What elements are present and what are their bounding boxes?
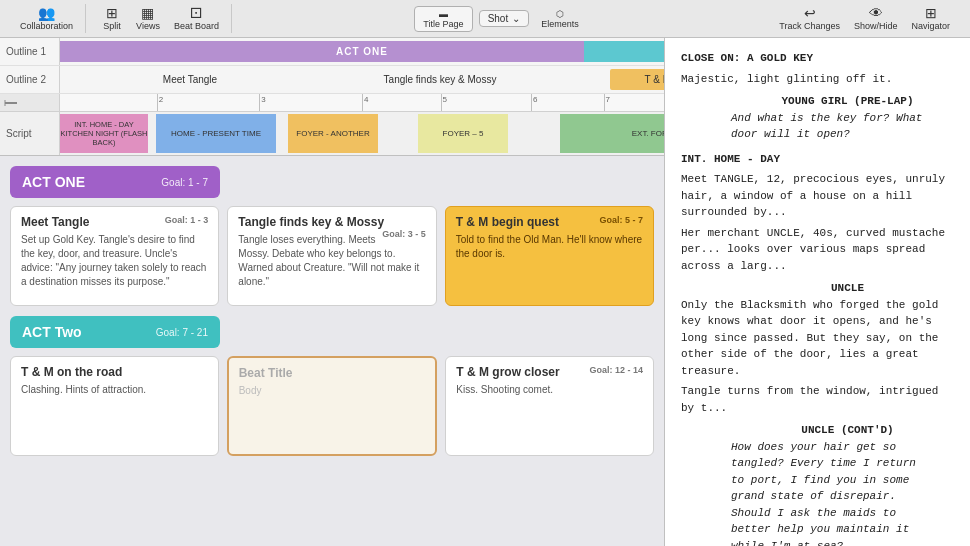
script-close-on: CLOSE ON: A GOLD KEY [681,50,954,67]
main-content: Outline 1 ACT ONE Outline 2 Meet Tangle … [0,38,970,546]
views-icon: ▦ [141,6,154,20]
script-dialogue-hair: How does your hair get so tangled? Every… [731,439,924,547]
beat-finds-key[interactable]: Tangle finds key & Mossy Goal: 3 - 5 Tan… [227,206,436,306]
beat-board[interactable]: ACT ONE Goal: 1 - 7 Meet Tangle Goal: 1 … [0,156,664,546]
beat-empty[interactable]: Beat Title Body [227,356,438,456]
navigator-icon: ⊞ [925,6,937,20]
left-panel: Outline 1 ACT ONE Outline 2 Meet Tangle … [0,38,665,546]
beat-begin-quest[interactable]: T & M begin quest Goal: 5 - 7 Told to fi… [445,206,654,306]
act-two-header[interactable]: ACT Two Goal: 7 - 21 [10,316,220,348]
shot-selector[interactable]: Shot ⌄ [479,10,530,27]
outline-meet-tangle: Meet Tangle [80,69,300,90]
show-hide-button[interactable]: 👁 Show/Hide [848,4,904,33]
script-content: INT. HOME - DAY KITCHEN NIGHT (FLASH BAC… [60,112,664,155]
act-one-outline-bar: ACT ONE [60,41,664,62]
scene-present: HOME - PRESENT TIME [156,114,276,153]
outline-row-1: Outline 1 ACT ONE [0,38,664,66]
scene-foyer: FOYER - ANOTHER [288,114,378,153]
act-two-beats: T & M on the road Clashing. Hints of att… [10,356,654,456]
ruler-label [0,94,60,111]
elements-button[interactable]: ⬡ Elements [535,7,585,31]
beat-meet-tangle[interactable]: Meet Tangle Goal: 1 - 3 Set up Gold Key.… [10,206,219,306]
split-button[interactable]: ⊞ Split [96,4,128,33]
toolbar-group-right: ↩ Track Changes 👁 Show/Hide ⊞ Navigator [767,4,962,33]
beat-board-icon: ⚀ [190,6,202,20]
split-icon: ⊞ [106,6,118,20]
beat-on-road[interactable]: T & M on the road Clashing. Hints of att… [10,356,219,456]
script-row: Script INT. HOME - DAY KITCHEN NIGHT (FL… [0,112,664,156]
act-one-section: ACT ONE Goal: 1 - 7 Meet Tangle Goal: 1 … [10,166,654,306]
elements-icon: ⬡ [556,9,564,19]
ruler-icon [4,96,18,110]
script-dialogue-key: And what is the key for? What door will … [731,110,924,143]
outline-2-content: Meet Tangle Tangle finds key & Mossy T &… [60,66,664,93]
act-one-beats: Meet Tangle Goal: 1 - 3 Set up Gold Key.… [10,206,654,306]
ruler-row: 2 3 4 5 6 7 [0,94,664,112]
collaboration-button[interactable]: 👥 Collaboration [14,4,79,33]
show-hide-icon: 👁 [869,6,883,20]
script-action-tangle-turns: Tangle turns from the window, intrigued … [681,383,954,416]
act-two-section: ACT Two Goal: 7 - 21 T & M on the road C… [10,316,654,456]
beat-board-button[interactable]: ⚀ Beat Board [168,4,225,33]
outline-2-label: Outline 2 [0,66,60,93]
track-changes-button[interactable]: ↩ Track Changes [773,4,846,33]
outline-row-2: Outline 2 Meet Tangle Tangle finds key &… [0,66,664,94]
scene-forest: EXT. FOREST [560,114,664,153]
outline-1-content: ACT ONE [60,38,664,65]
outline-1-label: Outline 1 [0,38,60,65]
script-char-young-girl: YOUNG GIRL (PRE-LAP) [741,93,954,110]
svg-rect-0 [5,102,17,104]
script-heading-int-home: INT. HOME - DAY [681,151,954,168]
script-char-uncle: UNCLE [741,280,954,297]
ruler-content: 2 3 4 5 6 7 [60,94,664,111]
navigator-button[interactable]: ⊞ Navigator [905,4,956,33]
right-panel: CLOSE ON: A GOLD KEY Majestic, light gli… [665,38,970,546]
views-button[interactable]: ▦ Views [130,4,166,33]
title-page-button[interactable]: ▬ Title Page [414,6,472,32]
toolbar-group-collaboration: 👥 Collaboration [8,4,86,33]
toolbar-center: ▬ Title Page Shot ⌄ ⬡ Elements [236,6,763,32]
toolbar: 👥 Collaboration ⊞ Split ▦ Views ⚀ Beat B… [0,0,970,38]
script-action-majestic: Majestic, light glinting off it. [681,71,954,88]
script-label: Script [0,112,60,155]
collaboration-icon: 👥 [38,6,55,20]
outline-begin-quest: T & M begin quest [610,69,665,90]
act-one-cyan-bar [584,41,664,62]
scene-home-day: INT. HOME - DAY KITCHEN NIGHT (FLASH BAC… [60,114,148,153]
act-one-header[interactable]: ACT ONE Goal: 1 - 7 [10,166,220,198]
script-char-uncle-contd: UNCLE (CONT'D) [741,422,954,439]
script-action-blacksmith: Only the Blacksmith who forged the gold … [681,297,954,380]
beat-grow-closer[interactable]: T & M grow closer Goal: 12 - 14 Kiss. Sh… [445,356,654,456]
outline-finds-key: Tangle finds key & Mossy [340,69,540,90]
chevron-icon: ⌄ [512,13,520,24]
script-action-meet-tangle: Meet TANGLE, 12, precocious eyes, unruly… [681,171,954,221]
toolbar-group-layout: ⊞ Split ▦ Views ⚀ Beat Board [90,4,232,33]
scene-foyer5: FOYER – 5 [418,114,508,153]
script-action-uncle-intro: Her merchant UNCLE, 40s, curved mustache… [681,225,954,275]
title-page-icon: ▬ [439,9,448,19]
track-changes-icon: ↩ [804,6,816,20]
